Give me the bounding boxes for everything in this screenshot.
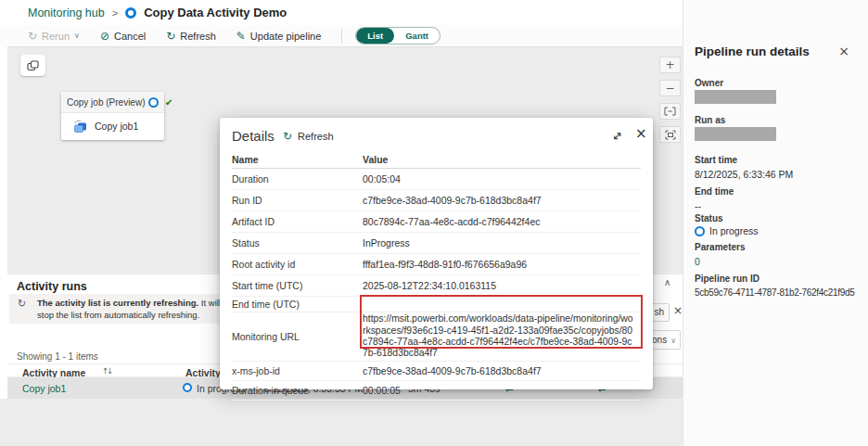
row-value: fffaf1ea-f9f3-48d8-91f0-f676656a9a96 (363, 259, 527, 270)
table-row: Duration 00:05:04 (232, 169, 641, 190)
row-name: x-ms-job-id (232, 365, 363, 376)
pipeline-run-id-label: Pipeline run ID (695, 274, 760, 284)
annotation-button[interactable] (20, 55, 45, 76)
row-value: 2025-08-12T22:34:10.0163115 (363, 280, 496, 291)
table-row: End time (UTC) (232, 297, 641, 312)
update-pipeline-button[interactable]: ✎ Update pipeline (236, 31, 322, 42)
zoom-in-button[interactable]: + (659, 57, 681, 73)
activity-row-name-link[interactable]: Copy job1 (22, 383, 66, 394)
cancel-label: Cancel (114, 31, 146, 42)
start-time-value: 8/12/2025, 6:33:46 PM (695, 169, 793, 180)
refresh-icon: ↻ (283, 131, 292, 142)
activity-node-body: Copy job1 (61, 113, 164, 139)
zoom-out-button[interactable]: − (659, 80, 681, 96)
chevron-down-icon: ∨ (74, 32, 80, 40)
modal-title: Details (232, 128, 274, 144)
row-name: Monitoring URL (232, 331, 363, 342)
table-row: Start time (UTC) 2025-08-12T22:34:10.016… (232, 275, 641, 297)
row-name: Run ID (232, 195, 363, 206)
page-title: Copy Data Activity Demo (144, 6, 287, 19)
rerun-button[interactable]: ↻ Rerun ∨ (28, 31, 80, 42)
pipeline-run-id-value: 5cb59c76-4711-4787-81b2-762f4c21f9d5 (695, 287, 855, 298)
panel-title: Pipeline run details (695, 45, 810, 58)
activity-node-type-label: Copy job (Preview) (67, 97, 145, 108)
row-in-progress-icon (183, 383, 192, 392)
view-toggle-list[interactable]: List (356, 28, 394, 44)
zoom-to-fit-button[interactable] (659, 103, 681, 120)
toolbar-divider (341, 29, 342, 43)
rerun-label: Rerun (42, 31, 70, 42)
dismiss-icon[interactable]: × (673, 305, 683, 316)
bottom-empty-area (0, 399, 683, 446)
showing-count-label: Showing 1 - 1 items (17, 351, 98, 362)
modal-refresh-label: Refresh (298, 131, 334, 142)
parameters-value: 0 (695, 256, 700, 267)
edit-pencil-icon: ✎ (236, 31, 246, 42)
in-progress-icon (125, 7, 136, 19)
refresh-label: Refresh (180, 31, 216, 42)
row-value: c7fbe9ce-38ad-4009-9c7b-618d3bc8a4f7 (363, 365, 542, 376)
column-name: Name (232, 154, 363, 168)
spinner-icon: ↻ (18, 299, 26, 309)
pipeline-run-details-panel: Pipeline run details × Owner Run as Star… (683, 0, 868, 446)
status-value-group: In progress (695, 225, 759, 236)
status-in-progress-icon (695, 226, 705, 236)
cancel-icon: ⊘ (100, 31, 109, 42)
canvas-zoom-controls: + − (659, 57, 681, 149)
status-value: In progress (709, 225, 759, 236)
row-name: Artifact ID (232, 216, 363, 227)
row-name: Start time (UTC) (232, 280, 363, 291)
owner-label: Owner (695, 78, 723, 88)
close-icon[interactable]: × (838, 45, 849, 57)
details-table: Name Value Duration 00:05:04 Run ID c7fb… (232, 154, 641, 401)
breadcrumb-separator: > (112, 7, 118, 19)
run-toolbar: ↻ Rerun ∨ ⊘ Cancel ↻ Refresh ✎ Update pi… (0, 25, 683, 46)
activity-node-name: Copy job1 (95, 121, 138, 132)
row-value: 00:05:04 (363, 173, 401, 185)
table-row: x-ms-job-id c7fbe9ce-38ad-4009-9c7b-618d… (232, 362, 641, 381)
activity-node-header: Copy job (Preview) (61, 92, 164, 113)
row-value: c7fbe9ce-38ad-4009-9c7b-618d3bc8a4f7 (363, 195, 542, 206)
refresh-icon: ↻ (166, 31, 175, 42)
notice-line1: The activity list is currently refreshin… (37, 298, 242, 308)
row-value: 80c7894c-77aa-4e8c-acdd-c7f96442f4ec (363, 216, 540, 227)
run-as-label: Run as (695, 115, 725, 125)
expand-icon[interactable]: ↔ (609, 128, 625, 144)
sort-icon[interactable]: ↑↓ (102, 367, 111, 376)
column-value: Value (363, 154, 388, 168)
close-icon[interactable]: × (635, 127, 647, 141)
monitoring-url-link[interactable]: https://msit.powerbi.com/workloads/data-… (363, 313, 633, 360)
copy-job-activity-node[interactable]: Copy job (Preview) Copy job1 (61, 92, 164, 140)
breadcrumb: Monitoring hub > Copy Data Activity Demo (0, 0, 683, 25)
collapse-chevron-icon[interactable]: ∧ (664, 278, 670, 287)
table-row: Status InProgress (232, 233, 641, 254)
modal-refresh-button[interactable]: ↻ Refresh (283, 131, 334, 142)
view-toggle: List Gantt (355, 27, 440, 45)
row-name: Duration in queue (232, 385, 363, 396)
start-time-label: Start time (695, 155, 737, 165)
update-pipeline-label: Update pipeline (250, 31, 321, 42)
run-as-redacted-value (695, 127, 776, 141)
activity-runs-title: Activity runs (17, 280, 87, 293)
chevron-down-icon: ∨ (670, 338, 676, 345)
end-time-value: -- (695, 200, 701, 211)
table-row: Duration in queue 00:00:05 (232, 381, 641, 401)
rerun-icon: ↻ (28, 31, 37, 42)
details-table-header: Name Value (232, 154, 641, 169)
cancel-button[interactable]: ⊘ Cancel (100, 31, 146, 42)
row-value: 00:00:05 (363, 385, 401, 396)
row-name: End time (UTC) (232, 299, 363, 310)
notice-line1-bold: The activity list is currently refreshin… (37, 298, 198, 308)
annotation-icon (27, 60, 39, 71)
copy-data-icon (72, 120, 87, 133)
table-row: Run ID c7fbe9ce-38ad-4009-9c7b-618d3bc8a… (232, 190, 641, 211)
parameters-label: Parameters (695, 242, 745, 252)
view-toggle-gantt[interactable]: Gantt (394, 28, 440, 44)
table-row: Artifact ID 80c7894c-77aa-4e8c-acdd-c7f9… (232, 211, 641, 233)
end-time-label: End time (695, 186, 734, 197)
refresh-button[interactable]: ↻ Refresh (166, 31, 216, 42)
breadcrumb-hub-link[interactable]: Monitoring hub (28, 6, 105, 19)
fit-to-screen-button[interactable] (659, 126, 681, 143)
notice-line2: stop the list from automatically refresh… (37, 310, 199, 320)
fit-to-screen-icon (665, 130, 676, 140)
